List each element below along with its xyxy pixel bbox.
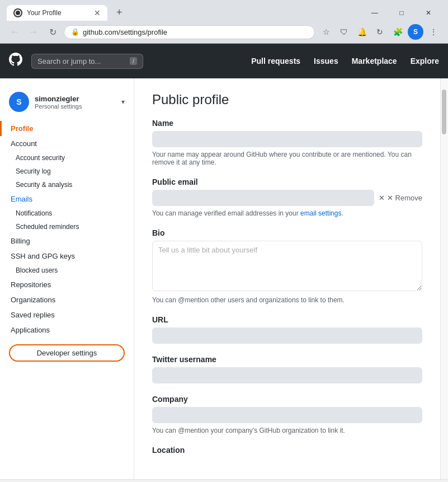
name-hint: Your name may appear around GitHub where… xyxy=(152,151,422,166)
sidebar-item-emails[interactable]: Emails xyxy=(0,191,134,207)
name-input[interactable] xyxy=(152,131,422,147)
sidebar-item-security-analysis[interactable]: Security & analysis xyxy=(0,178,134,191)
browser-tab[interactable]: Your Profile ✕ xyxy=(7,5,107,21)
sidebar-item-scheduled-reminders[interactable]: Scheduled reminders xyxy=(0,220,134,233)
sidebar-item-applications[interactable]: Applications xyxy=(0,322,134,338)
company-input[interactable] xyxy=(152,407,422,423)
sidebar-item-notifications[interactable]: Notifications xyxy=(0,207,134,220)
lock-icon: 🔒 xyxy=(71,28,79,36)
twitter-label: Twitter username xyxy=(152,355,422,364)
sidebar-nav: Profile Account Account security Securit… xyxy=(0,121,134,362)
x-icon: ✕ xyxy=(379,194,385,202)
url-text: github.com/settings/profile xyxy=(83,28,308,36)
company-label: Company xyxy=(152,395,422,404)
menu-button[interactable]: ⋮ xyxy=(426,24,441,40)
sidebar-item-ssh-gpg[interactable]: SSH and GPG keys xyxy=(0,249,134,264)
email-hint: You can manage verified email addresses … xyxy=(152,209,422,217)
tab-title: Your Profile xyxy=(27,9,89,17)
bio-input[interactable] xyxy=(152,241,422,291)
company-hint-text: You can @mention your company's GitHub o… xyxy=(152,427,345,434)
sidebar-subtitle: Personal settings xyxy=(35,103,116,110)
tab-close-button[interactable]: ✕ xyxy=(94,8,101,17)
bookmark-button[interactable]: ☆ xyxy=(318,24,334,40)
sidebar-item-repositories[interactable]: Repositories xyxy=(0,277,134,292)
nav-pull-requests[interactable]: Pull requests xyxy=(251,57,300,65)
public-email-section: Public email ✕ ✕ Remove You can manage v… xyxy=(152,177,422,217)
extensions-button[interactable]: 🧩 xyxy=(390,24,405,40)
twitter-input[interactable] xyxy=(152,367,422,383)
sidebar-item-billing[interactable]: Billing xyxy=(0,233,134,249)
name-section: Name Your name may appear around GitHub … xyxy=(152,119,422,166)
page-layout: S simonziegler Personal settings ▾ Profi… xyxy=(0,78,448,479)
sidebar-item-organizations[interactable]: Organizations xyxy=(0,292,134,307)
avatar: S xyxy=(9,92,29,112)
public-email-label: Public email xyxy=(152,177,422,186)
location-label: Location xyxy=(152,446,422,455)
address-bar[interactable]: 🔒 github.com/settings/profile xyxy=(64,25,315,39)
bio-label: Bio xyxy=(152,228,422,237)
page-title: Public profile xyxy=(152,92,422,107)
main-nav: Pull requests Issues Marketplace Explore xyxy=(251,57,439,65)
sidebar: S simonziegler Personal settings ▾ Profi… xyxy=(0,78,134,479)
email-settings-link[interactable]: email settings xyxy=(300,209,341,217)
nav-explore[interactable]: Explore xyxy=(411,57,439,65)
sidebar-item-developer-settings[interactable]: Developer settings xyxy=(9,344,125,362)
main-content: Public profile Name Your name may appear… xyxy=(134,78,440,479)
company-section: Company You can @mention your company's … xyxy=(152,395,422,434)
company-hint: You can @mention your company's GitHub o… xyxy=(152,427,422,434)
extension-button-2[interactable]: 🔔 xyxy=(354,24,370,40)
sidebar-username: simonziegler xyxy=(35,95,116,103)
search-placeholder: Search or jump to... xyxy=(37,57,125,65)
sidebar-item-saved-replies[interactable]: Saved replies xyxy=(0,307,134,322)
github-logo[interactable] xyxy=(9,53,22,69)
github-header: Search or jump to... / Pull requests Iss… xyxy=(0,44,448,78)
sidebar-user[interactable]: S simonziegler Personal settings ▾ xyxy=(0,87,134,121)
bio-section: Bio You can @mention other users and org… xyxy=(152,228,422,304)
chevron-down-icon: ▾ xyxy=(121,98,125,106)
sidebar-item-account-security[interactable]: Account security xyxy=(0,151,134,165)
user-info: simonziegler Personal settings xyxy=(35,95,116,110)
url-input[interactable] xyxy=(152,327,422,344)
scrollbar-track[interactable] xyxy=(440,78,448,479)
sidebar-item-profile[interactable]: Profile xyxy=(0,121,134,136)
status-bar: https://github.com/settings/apps xyxy=(0,479,448,482)
remove-email-button[interactable]: ✕ ✕ Remove xyxy=(379,190,422,205)
back-button[interactable]: ← xyxy=(7,24,22,40)
bio-hint: You can @mention other users and organiz… xyxy=(152,296,422,304)
location-section: Location xyxy=(152,446,422,455)
tab-favicon xyxy=(13,8,22,17)
search-kbd: / xyxy=(130,57,137,65)
sidebar-item-blocked-users[interactable]: Blocked users xyxy=(0,264,134,277)
email-select[interactable] xyxy=(152,190,374,206)
bio-hint-text: You can @mention other users and organiz… xyxy=(152,296,345,304)
extension-button-3[interactable]: ↻ xyxy=(372,24,388,40)
extension-button-1[interactable]: 🛡 xyxy=(336,24,352,40)
user-profile-button[interactable]: S xyxy=(408,24,423,40)
minimize-button[interactable]: — xyxy=(362,5,388,21)
sidebar-item-account[interactable]: Account xyxy=(0,136,134,151)
nav-issues[interactable]: Issues xyxy=(314,57,338,65)
url-section: URL xyxy=(152,315,422,344)
close-button[interactable]: ✕ xyxy=(416,5,441,21)
name-label: Name xyxy=(152,119,422,128)
nav-marketplace[interactable]: Marketplace xyxy=(352,57,397,65)
sidebar-item-security-log[interactable]: Security log xyxy=(0,165,134,178)
maximize-button[interactable]: □ xyxy=(389,5,414,21)
scrollbar-thumb[interactable] xyxy=(442,90,446,134)
reload-button[interactable]: ↻ xyxy=(45,24,60,40)
url-label: URL xyxy=(152,315,422,324)
search-bar[interactable]: Search or jump to... / xyxy=(31,54,143,69)
email-row: ✕ ✕ Remove xyxy=(152,190,422,206)
twitter-section: Twitter username xyxy=(152,355,422,383)
forward-button[interactable]: → xyxy=(26,24,41,40)
new-tab-button[interactable]: + xyxy=(112,4,127,21)
